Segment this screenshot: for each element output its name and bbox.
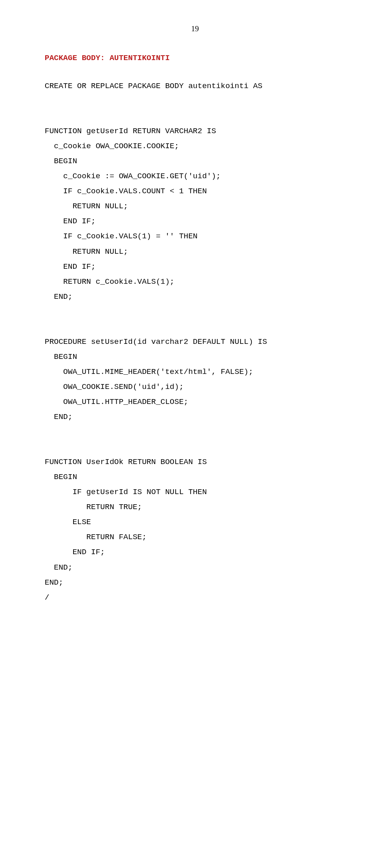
code-block: CREATE OR REPLACE PACKAGE BODY autentiko…: [45, 79, 345, 605]
document-page: 19 PACKAGE BODY: AUTENTIKOINTI CREATE OR…: [0, 0, 390, 868]
page-number: 19: [45, 24, 345, 33]
section-heading: PACKAGE BODY: AUTENTIKOINTI: [45, 54, 345, 63]
